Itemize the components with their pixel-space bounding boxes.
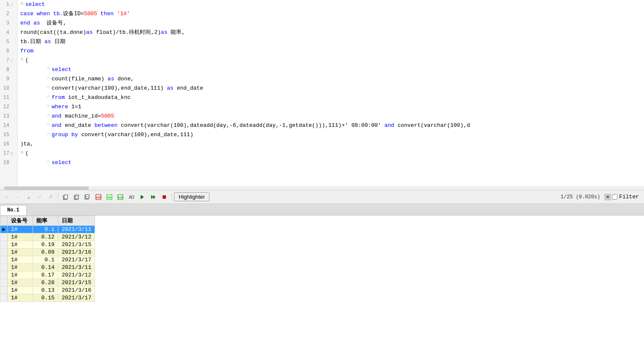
cell-3-2: 2021/3/16 [58, 249, 95, 256]
code-line-10[interactable]: ^convert(varchar(100),end_date,111) as e… [20, 84, 644, 93]
code-line-4[interactable]: round(cast((ta.done)as float)/tb.待机时间,2)… [20, 28, 644, 37]
cell-7-1: 0.28 [33, 279, 58, 287]
code-area[interactable]: 1□234567□891011121314151617□18 ^selectca… [0, 0, 644, 186]
code-line-5[interactable]: tb.日期 as 日期 [20, 37, 644, 47]
code-line-7[interactable]: ^( [20, 56, 644, 65]
toolbar-btn-export-xml[interactable]: XML [104, 192, 114, 202]
toolbar-btn-run[interactable] [137, 192, 147, 202]
table-row[interactable]: 1#0.132021/3/16 [0, 287, 95, 294]
table-row[interactable]: 1#0.282021/3/15 [0, 279, 95, 287]
toolbar-btn-run-all[interactable] [148, 192, 158, 202]
cell-4-1: 0.1 [33, 256, 58, 264]
toolbar-btn-copy1[interactable] [60, 192, 71, 202]
line-number-4: 4 [0, 28, 17, 37]
code-line-6[interactable]: from [20, 47, 644, 56]
code-lines[interactable]: ^selectcase when tb.设备ID=5005 then '1#'e… [18, 0, 644, 186]
line-number-1: 1□ [0, 0, 17, 9]
code-line-16[interactable]: )ta, [20, 140, 644, 149]
line-number-7: 7□ [0, 56, 17, 65]
results-table: 设备号能率日期 ▶1#0.12021/3/111#0.122021/3/121#… [0, 216, 95, 302]
code-line-12[interactable]: ^where 1=1 [20, 102, 644, 112]
line-number-2: 2 [0, 9, 17, 19]
toolbar: + − ▲ ✓ ✗ CSV XML XLSX A Highlighter 1/2… [0, 190, 644, 204]
cell-4-2: 2021/3/17 [58, 256, 95, 264]
col-header-1[interactable]: 能率 [33, 216, 58, 226]
toolbar-btn-check[interactable]: ✓ [35, 192, 45, 202]
code-line-3[interactable]: end as 设备号, [20, 19, 644, 28]
line-number-16: 16 [0, 140, 17, 149]
cell-2-1: 0.19 [33, 241, 58, 249]
table-row[interactable]: 1#0.152021/3/17 [0, 294, 95, 302]
cell-9-2: 2021/3/17 [58, 294, 95, 302]
table-row[interactable]: 1#0.092021/3/16 [0, 249, 95, 256]
code-line-11[interactable]: ^from iot_t_kadoudata_knc [20, 93, 644, 102]
code-line-8[interactable]: ^select [20, 65, 644, 74]
code-line-9[interactable]: ^count(file_name) as done, [20, 74, 644, 84]
svg-rect-3 [75, 195, 79, 199]
row-indicator-9 [0, 294, 8, 302]
cell-0-0: 1# [8, 226, 33, 233]
table-row[interactable]: 1#0.192021/3/15 [0, 241, 95, 249]
cell-2-0: 1# [8, 241, 33, 249]
col-header-0[interactable]: 设备号 [8, 216, 33, 226]
cell-3-0: 1# [8, 249, 33, 256]
code-line-14[interactable]: ^and end_date between convert(varchar(10… [20, 121, 644, 130]
cell-2-2: 2021/3/15 [58, 241, 95, 249]
toolbar-btn-copy-plain[interactable]: A [126, 192, 136, 202]
code-line-2[interactable]: case when tb.设备ID=5005 then '1#' [20, 9, 644, 19]
row-indicator-7 [0, 279, 8, 287]
table-row[interactable]: 1#0.122021/3/12 [0, 233, 95, 241]
filter-checkbox[interactable] [612, 194, 617, 200]
filter-area: Filter [612, 194, 639, 200]
cell-8-1: 0.13 [33, 287, 58, 294]
svg-marker-18 [153, 195, 155, 199]
col-header-2[interactable]: 日期 [58, 216, 95, 226]
cell-5-1: 0.14 [33, 264, 58, 271]
horizontal-scrollbar[interactable] [0, 186, 644, 190]
line-number-5: 5 [0, 37, 17, 47]
col-indicator [0, 216, 8, 226]
table-row[interactable]: 1#0.142021/3/11 [0, 264, 95, 271]
cell-4-0: 1# [8, 256, 33, 264]
highlighter-button[interactable]: Highlighter [174, 192, 209, 201]
toolbar-btn-export-csv[interactable]: CSV [93, 192, 103, 202]
filter-label[interactable]: Filter [619, 194, 639, 200]
close-result-button[interactable]: ✕ [604, 194, 611, 200]
toolbar-btn-stop[interactable] [159, 192, 169, 202]
table-row[interactable]: 1#0.12021/3/17 [0, 256, 95, 264]
cell-5-0: 1# [8, 264, 33, 271]
cell-5-2: 2021/3/11 [58, 264, 95, 271]
toolbar-btn-up[interactable]: ▲ [24, 192, 34, 202]
toolbar-btn-cancel[interactable]: ✗ [46, 192, 56, 202]
row-indicator-2 [0, 241, 8, 249]
line-number-3: 3 [0, 19, 17, 28]
result-info: 1/25 (0.020s) [561, 194, 601, 200]
cell-6-0: 1# [8, 271, 33, 279]
svg-rect-1 [64, 195, 68, 199]
toolbar-btn-export-xlsx[interactable]: XLSX [115, 192, 125, 202]
table-container[interactable]: 设备号能率日期 ▶1#0.12021/3/111#0.122021/3/121#… [0, 216, 644, 348]
svg-rect-15 [132, 196, 134, 198]
hscroll-thumb[interactable] [4, 186, 89, 190]
line-number-6: 6 [0, 47, 17, 56]
line-number-12: 12 [0, 102, 17, 112]
cell-1-0: 1# [8, 233, 33, 241]
code-line-1[interactable]: ^select [20, 0, 644, 9]
line-number-17: 17□ [0, 149, 17, 158]
cell-7-0: 1# [8, 279, 33, 287]
tabs-row: No.1 [0, 204, 644, 216]
toolbar-btn-copy3[interactable] [82, 192, 92, 202]
code-line-13[interactable]: ^and machine_id=5005 [20, 112, 644, 121]
code-line-18[interactable]: ^select [20, 158, 644, 167]
cell-1-2: 2021/3/12 [58, 233, 95, 241]
code-line-17[interactable]: ^( [20, 149, 644, 158]
toolbar-btn-copy2[interactable] [71, 192, 82, 202]
cell-1-1: 0.12 [33, 233, 58, 241]
table-row[interactable]: 1#0.172021/3/12 [0, 271, 95, 279]
toolbar-btn-minus[interactable]: − [13, 192, 23, 202]
table-row[interactable]: ▶1#0.12021/3/11 [0, 226, 95, 233]
toolbar-btn-add[interactable]: + [2, 192, 12, 202]
code-line-15[interactable]: ^group by convert(varchar(100),end_date,… [20, 130, 644, 140]
cell-9-0: 1# [8, 294, 33, 302]
tab-no.1[interactable]: No.1 [0, 205, 27, 215]
